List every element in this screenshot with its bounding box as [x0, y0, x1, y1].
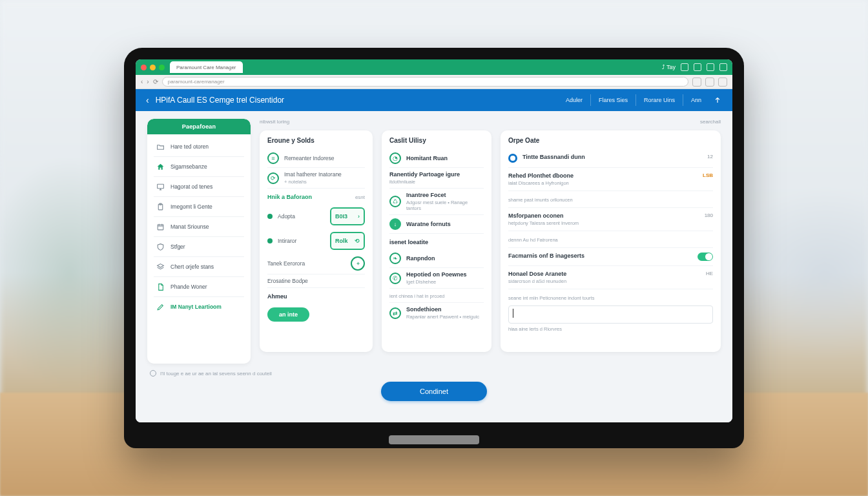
toolbar-icon-1[interactable]: [681, 63, 688, 71]
toolbar-icon-3[interactable]: [707, 63, 714, 71]
nav-link-2[interactable]: Rorare Uins: [636, 94, 683, 106]
browser-tabstrip: Paramount Care Manager ⤴ Tay: [136, 59, 732, 75]
nav-reload-icon[interactable]: ⟳: [153, 78, 158, 85]
radio-selected-icon: [267, 238, 273, 243]
nav-link-1[interactable]: Flares Sies: [590, 94, 636, 106]
url-input[interactable]: [162, 77, 688, 87]
setting-row[interactable]: Erosatine Bodpe: [267, 274, 365, 288]
maximize-window-icon[interactable]: [159, 65, 165, 70]
config-icon[interactable]: ⌖: [351, 256, 365, 271]
value-chip[interactable]: Rolk ⟲: [330, 232, 365, 250]
continue-button[interactable]: Condinet: [381, 382, 487, 401]
detail-row[interactable]: Honael Dose Aranete sidarcrson d aSd reu…: [508, 266, 713, 289]
clock-icon: ◔: [389, 152, 401, 164]
close-window-icon[interactable]: [141, 65, 147, 70]
addr-tool-3-icon[interactable]: [718, 78, 727, 87]
share-icon[interactable]: [713, 96, 722, 105]
sidebar-item-0[interactable]: Hare ted otoren: [154, 137, 244, 157]
nav-back-icon[interactable]: ‹: [141, 78, 143, 85]
sidebar-item-4[interactable]: Manat Sriounse: [154, 217, 244, 237]
nav-link-0[interactable]: Aduler: [558, 94, 590, 106]
svg-rect-3: [158, 224, 163, 229]
laptop-frame: Paramount Care Manager ⤴ Tay ‹ › ⟳ ‹ HPi…: [124, 48, 744, 448]
sidebar-item-label: Phande Woner: [170, 284, 207, 290]
sidebar-item-3[interactable]: Imegomt li Gente: [154, 197, 244, 217]
detail-sub: dennn Au hd Fatrorena: [508, 237, 713, 243]
detail-title: Rehed Plonthet dboone: [508, 172, 698, 179]
detail-value: 180: [705, 212, 713, 218]
sidebar-item-6[interactable]: Chert orjefe stans: [154, 257, 244, 277]
agree-row[interactable]: I'll touge e ae ur ae an ial sevens seen…: [150, 370, 272, 377]
nav-link-3[interactable]: Ann: [683, 94, 709, 106]
item-title: Sondethioen: [406, 306, 479, 313]
item-sub: ient chinea i hat in prcoed: [389, 293, 444, 299]
notes-input[interactable]: [508, 305, 713, 324]
section-heading: isenet loeatite: [389, 239, 484, 245]
list-item[interactable]: ↓ Waratne fornuts: [389, 215, 484, 234]
layers-icon: [155, 262, 165, 272]
detail-title: Tintte Bassnandi dunn: [522, 154, 702, 160]
item-title: Ranentidy Partoage igure: [389, 171, 460, 178]
sidebar-item-8[interactable]: IM Nanyt Leartioom: [154, 297, 244, 316]
sidebar-item-2[interactable]: Hagorat od tenes: [154, 177, 244, 197]
option-row[interactable]: ⟳ Imat hatherer Inatorane + notelahs: [267, 168, 365, 189]
agree-text: I'll touge e ae ur ae an ial sevens seen…: [160, 371, 272, 377]
panel-utility: Caslit Uilisy ◔ Homitant Ruan Ranentidy …: [382, 130, 491, 352]
sidebar-item-label: Manat Sriounse: [170, 223, 209, 230]
list-item[interactable]: ✆ Hepotied on Poewnes Iget Dishehee: [389, 268, 484, 289]
breadcrumb-right[interactable]: searchall: [700, 119, 721, 127]
add-action-button[interactable]: an inte: [267, 307, 309, 322]
detail-row[interactable]: Facmarnis onf B inageserts: [508, 248, 713, 266]
toolbar-icon-4[interactable]: [719, 63, 727, 71]
toolbar-tag-icon[interactable]: ⤴ Tay: [662, 64, 676, 70]
header-back-icon[interactable]: ‹: [146, 95, 149, 105]
choice-label: Adopta: [278, 213, 295, 220]
detail-sub: sidarcrson d aSd reunuden: [508, 278, 701, 284]
setting-label: Tanek Eerorora: [267, 260, 305, 267]
value-chip[interactable]: B0I3 ›: [330, 207, 365, 225]
sidebar-item-5[interactable]: Stfger: [154, 237, 244, 257]
setting-row[interactable]: Tanek Eerorora ⌖: [267, 253, 365, 274]
agree-radio-icon[interactable]: [150, 370, 156, 377]
choice-row[interactable]: Adopta B0I3 ›: [267, 204, 365, 229]
folder-icon: [155, 141, 165, 152]
panel-coverage: Eroune y Solds ≡ Remeanter Indorese ⟳ Im…: [260, 130, 373, 352]
footer: I'll touge e ae ur ae an ial sevens seen…: [147, 370, 721, 413]
leaf-icon: ❧: [389, 253, 401, 264]
toggle-switch[interactable]: [698, 253, 713, 261]
shield-icon: [155, 242, 165, 252]
detail-sub: seane int miin Peticnonene indont tourts: [508, 295, 713, 301]
refresh-icon: ⟳: [267, 172, 279, 184]
sidebar-item-7[interactable]: Phande Woner: [154, 277, 244, 297]
detail-row[interactable]: Rehed Plonthet dboone ialat Discarees a …: [508, 168, 713, 191]
detail-row: dennn Au hd Fatrorena: [508, 231, 713, 248]
file-icon: [155, 282, 165, 292]
panel-title: Caslit Uilisy: [389, 137, 484, 144]
list-item[interactable]: ⇄ Sondethioen Rapaniar anert Paswent • m…: [389, 303, 484, 323]
list-item[interactable]: Ranentidy Partoage igure itdothniiuaie: [389, 168, 484, 189]
detail-row[interactable]: Tintte Bassnandi dunn 12: [508, 149, 713, 168]
arrow-down-icon: ↓: [389, 218, 401, 230]
sidebar-item-1[interactable]: Sigarnsebanze: [154, 157, 244, 177]
list-item[interactable]: ❧ Ranpndon: [389, 249, 484, 268]
setting-label: Erosatine Bodpe: [267, 278, 308, 284]
item-sub: itdothniiuaie: [389, 179, 460, 185]
item-title: Inantree Focet: [406, 192, 484, 198]
option-row[interactable]: ≡ Remeanter Indorese: [267, 149, 365, 168]
addr-tool-2-icon[interactable]: [705, 78, 714, 87]
browser-tab[interactable]: Paramount Care Manager: [170, 61, 243, 73]
document-icon: ≡: [267, 152, 279, 164]
choice-row[interactable]: Intiraror Rolk ⟲: [267, 229, 365, 253]
sidebar-item-label: IM Nanyt Leartioom: [170, 304, 222, 310]
swap-icon: ⇄: [389, 307, 401, 319]
list-item[interactable]: ◔ Homitant Ruan: [389, 149, 484, 168]
list-item[interactable]: ♺ Inantree Focet Adgosr mest suele • Ran…: [389, 189, 484, 215]
address-bar: ‹ › ⟳: [136, 75, 732, 89]
sidebar-item-label: Stfger: [170, 243, 185, 250]
detail-row[interactable]: Msforpanen oconen hetpdony Talesra seren…: [508, 208, 713, 231]
nav-forward-icon[interactable]: ›: [147, 78, 149, 85]
minimize-window-icon[interactable]: [150, 65, 156, 70]
toolbar-icon-2[interactable]: [694, 63, 701, 71]
home-icon: [155, 161, 165, 172]
addr-tool-1-icon[interactable]: [692, 78, 701, 87]
